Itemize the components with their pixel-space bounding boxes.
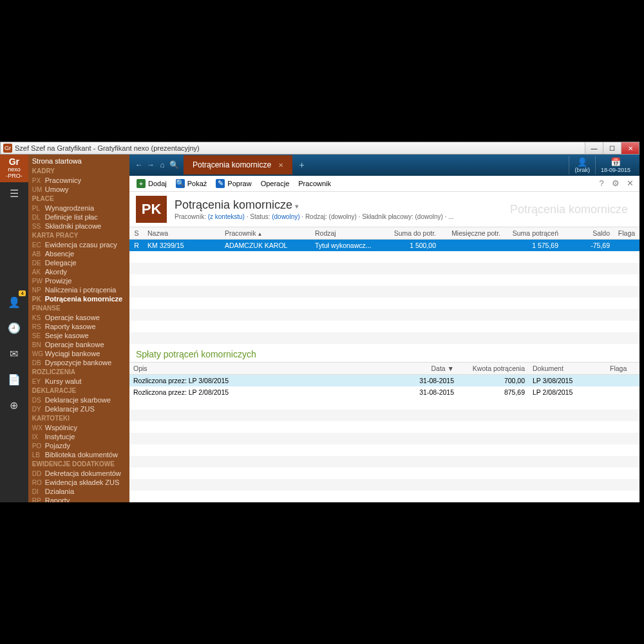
nav-section: EWIDENCJE DODATKOWE	[28, 459, 129, 469]
grid-row-empty	[129, 309, 639, 321]
nav-item-ey[interactable]: EYKursy walut	[28, 377, 129, 386]
nav-item-wx[interactable]: WXWspólnicy	[28, 423, 129, 432]
nav-item-dl[interactable]: DLDefinicje list płac	[28, 213, 129, 222]
nav-item-ds[interactable]: DSDeklaracje skarbowe	[28, 395, 129, 404]
app-icon: Gr	[3, 144, 12, 153]
tab-label: Potrącenia komornicze	[193, 160, 271, 169]
sub-grid: Opis Data ▼ Kwota potrącenia Dokument Fl…	[129, 362, 639, 502]
product-logo: Gr nexo -PRO-	[0, 155, 28, 182]
tab-bar: ← → ⌂ 🔍 Potrącenia komornicze ✕ + 👤 (bra…	[129, 155, 639, 176]
subgrid-row-empty	[129, 444, 639, 456]
nav-item-di[interactable]: DIDziałania	[28, 487, 129, 496]
nav-item-lb[interactable]: LBBiblioteka dokumentów	[28, 450, 129, 459]
home-icon[interactable]: ⌂	[156, 160, 168, 169]
forward-arrow-icon[interactable]: →	[145, 160, 156, 169]
nav-item-rp[interactable]: RPRaporty	[28, 496, 129, 502]
edit-button[interactable]: ✎Popraw	[213, 178, 254, 189]
person-icon: 👤	[574, 157, 590, 167]
grid-row[interactable]: RKM 3299/15ADAMCZUK KAROLTytuł wykonawcz…	[129, 240, 639, 251]
nav-item-ec[interactable]: ECEwidencja czasu pracy	[28, 240, 129, 249]
help-icon[interactable]: ?	[596, 178, 607, 188]
add-icon[interactable]: ⊕	[5, 396, 23, 414]
nav-item-po[interactable]: POPojazdy	[28, 441, 129, 450]
mail-icon[interactable]: ✉	[5, 345, 23, 363]
sort-desc-icon: ▼	[448, 365, 454, 372]
tab-add-button[interactable]: +	[299, 160, 304, 170]
watermark-title: Potrącenia komornicze	[510, 203, 633, 216]
content-area: ← → ⌂ 🔍 Potrącenia komornicze ✕ + 👤 (bra…	[129, 155, 639, 502]
main-grid: S Nazwa Pracownik▲ Rodzaj Suma do potr. …	[129, 227, 639, 344]
menu-icon[interactable]: ☰	[10, 187, 19, 200]
nav-section: KARTA PRACY	[28, 231, 129, 240]
employee-menu[interactable]: Pracownik	[295, 178, 334, 189]
nav-item-wg[interactable]: WGWyciągi bankowe	[28, 349, 129, 358]
nav-item-um[interactable]: UMUmowy	[28, 185, 129, 194]
titlebar: Gr Szef Szef na Gratyfikant - Gratyfikan…	[0, 142, 639, 155]
subgrid-title: Spłaty potrąceń komorniczych	[129, 344, 639, 362]
active-tab[interactable]: Potrącenia komornicze ✕	[184, 155, 292, 175]
back-arrow-icon[interactable]: ←	[133, 160, 145, 169]
filter-bar[interactable]: Pracownik: (z kontekstu) · Status: (dowo…	[175, 213, 454, 220]
close-button[interactable]: ✕	[621, 142, 639, 154]
toolbar: +Dodaj 🔍Pokaż ✎Popraw Operacje Pracownik…	[129, 176, 639, 192]
subgrid-row-empty	[129, 398, 639, 410]
nav-item-de[interactable]: DEDelegacje	[28, 258, 129, 267]
nav-item-ak[interactable]: AKAkordy	[28, 267, 129, 276]
subgrid-row[interactable]: Rozliczona przez: LP 2/08/201531-08-2015…	[129, 386, 639, 398]
nav-item-db[interactable]: DBDyspozycje bankowe	[28, 358, 129, 367]
grid-row-empty	[129, 298, 639, 309]
nav-item-ix[interactable]: IXInstytucje	[28, 432, 129, 441]
grid-row-empty	[129, 332, 639, 344]
minimize-button[interactable]: —	[585, 142, 603, 154]
search-icon[interactable]: 🔍	[168, 160, 180, 169]
icon-rail: Gr nexo -PRO- ☰ 👤4 🕘 ✉ 📄 ⊕	[0, 155, 28, 502]
plus-icon: +	[137, 179, 146, 188]
subgrid-row-empty	[129, 468, 639, 479]
nav-item-ss[interactable]: SSSkładniki płacowe	[28, 222, 129, 231]
subgrid-header[interactable]: Opis Data ▼ Kwota potrącenia Dokument Fl…	[129, 362, 639, 375]
nav-item-ab[interactable]: ABAbsencje	[28, 249, 129, 258]
nav-section: DEKLARACJE	[28, 386, 129, 395]
subgrid-row-empty	[129, 456, 639, 468]
nav-item-np[interactable]: NPNaliczenia i potrącenia	[28, 285, 129, 294]
grid-row-empty	[129, 286, 639, 298]
clock-icon[interactable]: 🕘	[5, 319, 23, 337]
nav-section: ROZLICZENIA	[28, 367, 129, 377]
nav-item-pl[interactable]: PLWynagrodzenia	[28, 204, 129, 213]
nav-item-se[interactable]: SESesje kasowe	[28, 331, 129, 340]
add-button[interactable]: +Dodaj	[133, 178, 170, 189]
context-indicator[interactable]: 👤 (brak)	[569, 156, 595, 175]
grid-row-empty	[129, 321, 639, 332]
panel-close-icon[interactable]: ✕	[624, 178, 636, 188]
nav-item-ks[interactable]: KSOperacje kasowe	[28, 313, 129, 322]
page-title[interactable]: Potrącenia komornicze▾	[175, 198, 454, 212]
nav-start[interactable]: Strona startowa	[28, 156, 129, 166]
nav-item-pw[interactable]: PWProwizje	[28, 276, 129, 285]
subgrid-row[interactable]: Rozliczona przez: LP 3/08/201531-08-2015…	[129, 375, 639, 386]
nav-item-dy[interactable]: DYDeklaracje ZUS	[28, 404, 129, 413]
nav-item-rs[interactable]: RSRaporty kasowe	[28, 322, 129, 331]
grid-row-empty	[129, 263, 639, 274]
operations-menu[interactable]: Operacje	[258, 178, 293, 189]
subgrid-row-empty	[129, 479, 639, 491]
nav-item-ro[interactable]: ROEwidencja składek ZUS	[28, 478, 129, 487]
chevron-down-icon: ▾	[295, 202, 299, 210]
grid-row-empty	[129, 274, 639, 286]
module-badge: PK	[136, 196, 167, 223]
page-header: PK Potrącenia komornicze▾ Pracownik: (z …	[129, 192, 639, 227]
grid-header[interactable]: S Nazwa Pracownik▲ Rodzaj Suma do potr. …	[129, 227, 639, 240]
nav-item-px[interactable]: PXPracownicy	[28, 176, 129, 185]
subgrid-row-empty	[129, 421, 639, 433]
date-indicator[interactable]: 📅 18-09-2015	[595, 156, 636, 175]
subgrid-row-empty	[129, 433, 639, 444]
maximize-button[interactable]: ☐	[603, 142, 621, 154]
nav-item-pk[interactable]: PKPotrącenia komornicze	[28, 294, 129, 303]
cert-icon[interactable]: 📄	[5, 370, 23, 388]
gear-icon[interactable]: ⚙	[610, 178, 621, 188]
show-button[interactable]: 🔍Pokaż	[173, 178, 211, 189]
nav-item-dd[interactable]: DDDekretacja dokumentów	[28, 469, 129, 478]
tab-close-icon[interactable]: ✕	[278, 162, 283, 169]
nav-section: KARTOTEKI	[28, 413, 129, 423]
users-icon[interactable]: 👤4	[5, 293, 23, 311]
nav-item-bn[interactable]: BNOperacje bankowe	[28, 340, 129, 349]
